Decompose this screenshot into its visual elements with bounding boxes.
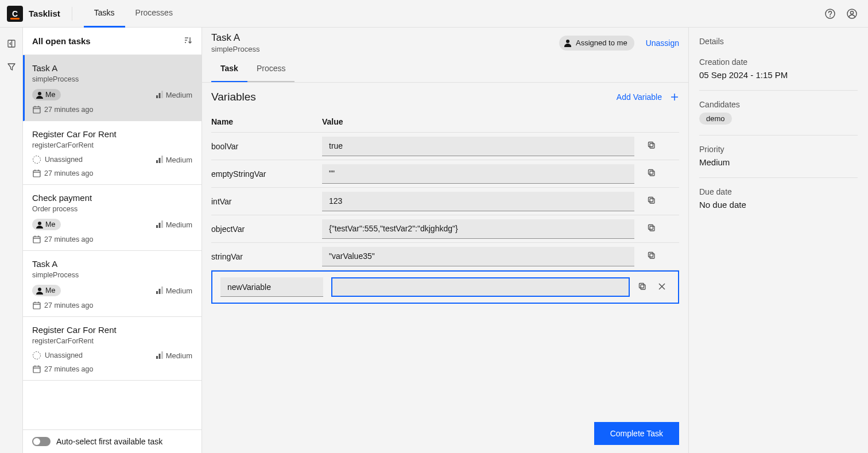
add-variable-button[interactable]: Add Variable: [617, 92, 679, 102]
app-name: Tasklist: [29, 9, 60, 18]
calendar-icon: [32, 105, 41, 114]
col-name: Name: [211, 117, 322, 126]
priority-indicator: Medium: [155, 220, 192, 229]
bars-icon: [155, 351, 164, 360]
copy-icon[interactable]: [647, 141, 656, 152]
task-process: simpleProcess: [211, 45, 260, 53]
assignee-badge: Me: [32, 219, 61, 230]
due-date-label: Due date: [699, 187, 858, 196]
task-age: 27 minutes ago: [32, 301, 93, 309]
task-item[interactable]: Register Car For Rent registerCarForRent…: [23, 121, 202, 185]
task-list-footer: Auto-select first available task: [23, 429, 202, 453]
copy-icon[interactable]: [647, 251, 656, 262]
task-item-process: registerCarForRent: [32, 141, 192, 149]
priority-indicator: Medium: [155, 155, 192, 164]
task-age: 27 minutes ago: [32, 169, 93, 177]
copy-icon[interactable]: [647, 168, 656, 179]
plus-icon: [670, 92, 679, 102]
task-age: 27 minutes ago: [32, 235, 93, 243]
tab-process[interactable]: Process: [247, 57, 295, 82]
unassigned-icon: [32, 351, 41, 360]
user-icon: [35, 286, 43, 295]
new-variable-row: [211, 270, 679, 304]
app-logo: C: [7, 6, 23, 22]
priority-indicator: Medium: [155, 90, 192, 99]
calendar-icon: [32, 301, 41, 309]
task-list-header: All open tasks: [23, 28, 202, 55]
content-tabs: Task Process: [211, 57, 679, 82]
calendar-icon: [32, 235, 41, 243]
new-variable-name-input[interactable]: [220, 277, 323, 297]
variable-row: boolVar: [211, 133, 679, 160]
nav-tasks[interactable]: Tasks: [84, 0, 125, 28]
collapse-panel-icon[interactable]: [2, 34, 21, 53]
sort-icon[interactable]: [183, 36, 192, 47]
priority-indicator: Medium: [155, 286, 192, 295]
tab-task[interactable]: Task: [211, 57, 247, 82]
col-value: Value: [322, 117, 679, 126]
task-item-title: Register Car For Rent: [32, 129, 192, 139]
variables-column-header: Name Value: [211, 111, 679, 133]
task-header: Task A simpleProcess Assigned to me Unas…: [202, 28, 688, 83]
auto-select-label: Auto-select first available task: [56, 437, 162, 446]
task-detail-panel: Task A simpleProcess Assigned to me Unas…: [202, 28, 689, 453]
copy-icon[interactable]: [647, 223, 656, 234]
variable-value-input[interactable]: [322, 247, 634, 266]
variable-value-input[interactable]: [322, 137, 634, 156]
bars-icon: [155, 90, 164, 99]
variable-row: objectVar: [211, 215, 679, 243]
priority-value: Medium: [699, 157, 858, 167]
variable-row: emptyStringVar: [211, 160, 679, 188]
divider: [72, 7, 72, 21]
nav-processes[interactable]: Processes: [125, 0, 183, 28]
variable-value-input[interactable]: [322, 192, 634, 211]
priority-label: Priority: [699, 145, 858, 154]
assignee-badge: Me: [32, 89, 61, 100]
task-item-process: Order process: [32, 205, 192, 213]
user-icon: [35, 91, 43, 99]
task-content: Variables Add Variable Name Value boolVa…: [202, 83, 688, 414]
variable-name: stringVar: [211, 249, 322, 265]
unassign-button[interactable]: Unassign: [646, 38, 679, 48]
candidate-badge: demo: [699, 113, 732, 125]
assigned-badge: Assigned to me: [559, 36, 634, 51]
bars-icon: [155, 286, 164, 295]
variable-name: boolVar: [211, 138, 322, 154]
task-item-process: simpleProcess: [32, 271, 192, 279]
variables-heading: Variables: [211, 91, 256, 103]
task-list: Task A simpleProcess Me Medium 27 minute…: [23, 55, 202, 429]
variable-value-input[interactable]: [322, 164, 634, 184]
user-menu-icon[interactable]: [843, 5, 861, 23]
unassigned-label: Unassigned: [32, 155, 83, 164]
complete-task-button[interactable]: Complete Task: [594, 422, 679, 445]
calendar-icon: [32, 365, 41, 373]
unassigned-icon: [32, 155, 41, 164]
variable-name: objectVar: [211, 221, 322, 237]
priority-indicator: Medium: [155, 351, 192, 360]
assignee-badge: Me: [32, 285, 61, 296]
bars-icon: [155, 220, 164, 229]
copy-icon[interactable]: [647, 196, 656, 207]
left-rail: [0, 28, 23, 453]
help-icon[interactable]: [821, 5, 839, 23]
candidates-label: Candidates: [699, 100, 858, 109]
task-item[interactable]: Task A simpleProcess Me Medium 27 minute…: [23, 55, 202, 121]
top-nav: Tasks Processes: [84, 0, 183, 28]
auto-select-toggle[interactable]: [32, 437, 51, 446]
task-age: 27 minutes ago: [32, 365, 93, 373]
creation-date-value: 05 Sep 2024 - 1:15 PM: [699, 70, 858, 80]
new-variable-value-input[interactable]: [331, 277, 630, 297]
close-icon[interactable]: [657, 282, 666, 293]
variable-value-input[interactable]: [322, 219, 634, 239]
unassigned-label: Unassigned: [32, 351, 83, 360]
filter-icon[interactable]: [2, 57, 21, 76]
user-icon: [563, 38, 572, 48]
task-item[interactable]: Check payment Order process Me Medium 27…: [23, 185, 202, 251]
task-item-title: Task A: [32, 259, 192, 269]
copy-icon[interactable]: [638, 282, 647, 293]
task-item[interactable]: Register Car For Rent registerCarForRent…: [23, 317, 202, 381]
creation-date-label: Creation date: [699, 57, 858, 67]
task-list-title: All open tasks: [32, 36, 91, 46]
task-item[interactable]: Task A simpleProcess Me Medium 27 minute…: [23, 251, 202, 317]
task-item-process: simpleProcess: [32, 75, 192, 83]
